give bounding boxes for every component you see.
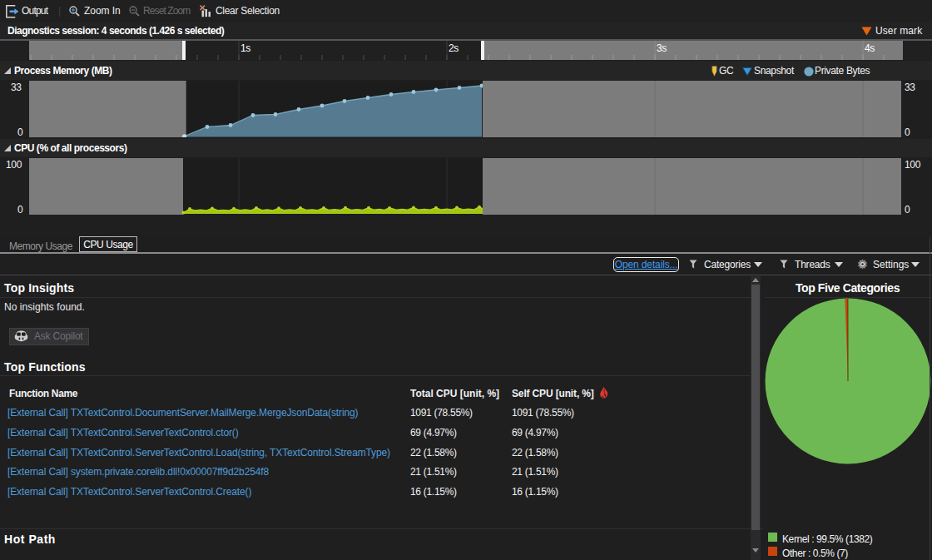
svg-text:1s: 1s	[240, 42, 250, 54]
svg-text:3s: 3s	[657, 42, 667, 54]
svg-text:2s: 2s	[449, 42, 459, 54]
svg-text:4s: 4s	[865, 42, 875, 54]
